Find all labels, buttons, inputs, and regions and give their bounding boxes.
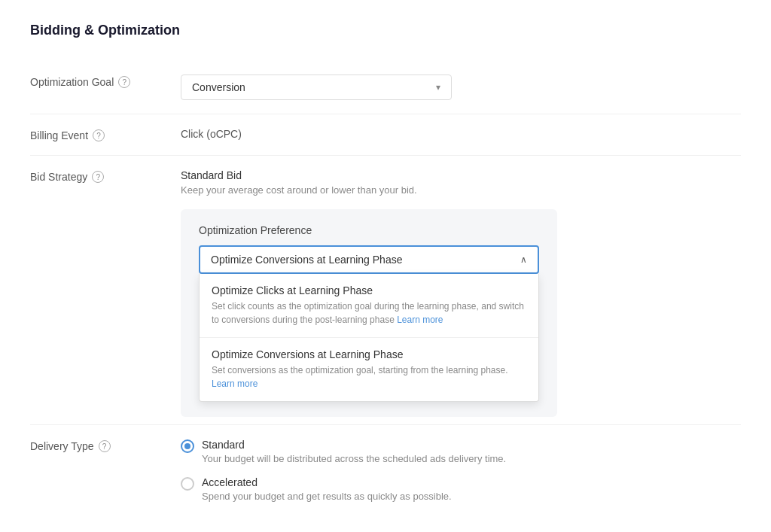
optimization-goal-chevron: ▾ [436, 82, 440, 93]
delivery-type-content: Standard Your budget will be distributed… [181, 439, 741, 502]
option-2-title: Optimize Conversions at Learning Phase [212, 348, 526, 360]
billing-event-content: Click (oCPC) [181, 128, 741, 140]
optimization-preference-options: Optimize Clicks at Learning Phase Set cl… [199, 274, 539, 402]
bid-strategy-title: Standard Bid [181, 169, 741, 181]
delivery-type-accelerated[interactable]: Accelerated Spend your budget and get re… [181, 476, 741, 502]
bid-strategy-description: Keep your average cost around or lower t… [181, 184, 741, 196]
delivery-type-label-col: Delivery Type ? [30, 439, 181, 452]
delivery-type-standard-radio[interactable] [181, 439, 194, 453]
option-2-learn-more[interactable]: Learn more [212, 378, 258, 389]
billing-event-row: Billing Event ? Click (oCPC) [30, 114, 741, 155]
delivery-type-accelerated-text: Accelerated Spend your budget and get re… [202, 476, 452, 502]
billing-event-label-col: Billing Event ? [30, 128, 181, 141]
delivery-type-label: Delivery Type [30, 440, 94, 452]
option-1-description: Set click counts as the optimization goa… [212, 299, 526, 327]
bid-strategy-label-col: Bid Strategy ? [30, 169, 181, 183]
bid-strategy-label: Bid Strategy [30, 171, 87, 183]
bid-strategy-content: Standard Bid Keep your average cost arou… [181, 169, 741, 196]
delivery-type-help-icon[interactable]: ? [99, 440, 111, 452]
option-2-description: Set conversions as the optimization goal… [212, 363, 526, 391]
optimization-goal-label-col: Optimization Goal ? [30, 74, 181, 88]
optimization-goal-dropdown[interactable]: Conversion ▾ [181, 74, 452, 100]
option-1-title: Optimize Clicks at Learning Phase [212, 284, 526, 296]
delivery-type-accelerated-radio[interactable] [181, 477, 194, 491]
bidding-form: Optimization Goal ? Conversion ▾ Billing… [30, 61, 741, 515]
optimization-preference-dropdown[interactable]: Optimize Conversions at Learning Phase ∧ [199, 245, 539, 274]
delivery-type-standard-title: Standard [202, 439, 506, 451]
optimization-goal-value: Conversion [192, 81, 245, 93]
delivery-type-row: Delivery Type ? Standard Your budget wil… [30, 425, 741, 515]
page-title: Bidding & Optimization [30, 23, 741, 38]
optimization-goal-help-icon[interactable]: ? [118, 76, 130, 88]
billing-event-label: Billing Event [30, 129, 88, 141]
optimization-option-2[interactable]: Optimize Conversions at Learning Phase S… [200, 338, 538, 401]
bid-strategy-row: Bid Strategy ? Standard Bid Keep your av… [30, 156, 741, 209]
optimization-preference-selected-value: Optimize Conversions at Learning Phase [211, 254, 402, 266]
optimization-option-1[interactable]: Optimize Clicks at Learning Phase Set cl… [200, 274, 538, 338]
billing-event-value: Click (oCPC) [181, 126, 242, 140]
billing-event-help-icon[interactable]: ? [93, 129, 105, 141]
bid-strategy-help-icon[interactable]: ? [92, 171, 104, 183]
bid-strategy-details: Standard Bid Keep your average cost arou… [181, 169, 741, 196]
delivery-type-accelerated-description: Spend your budget and get results as qui… [202, 491, 452, 502]
optimization-preference-chevron-up: ∧ [520, 254, 527, 265]
delivery-type-options: Standard Your budget will be distributed… [181, 439, 741, 502]
optimization-preference-box: Optimization Preference Optimize Convers… [181, 209, 557, 417]
delivery-type-standard-description: Your budget will be distributed across t… [202, 453, 506, 464]
optimization-preference-label: Optimization Preference [199, 224, 539, 236]
optimization-goal-content: Conversion ▾ [181, 74, 741, 100]
delivery-type-accelerated-title: Accelerated [202, 476, 452, 488]
delivery-type-standard-text: Standard Your budget will be distributed… [202, 439, 506, 464]
optimization-goal-label: Optimization Goal [30, 76, 114, 88]
optimization-goal-row: Optimization Goal ? Conversion ▾ [30, 61, 741, 114]
delivery-type-standard[interactable]: Standard Your budget will be distributed… [181, 439, 741, 464]
option-1-learn-more[interactable]: Learn more [397, 315, 443, 325]
